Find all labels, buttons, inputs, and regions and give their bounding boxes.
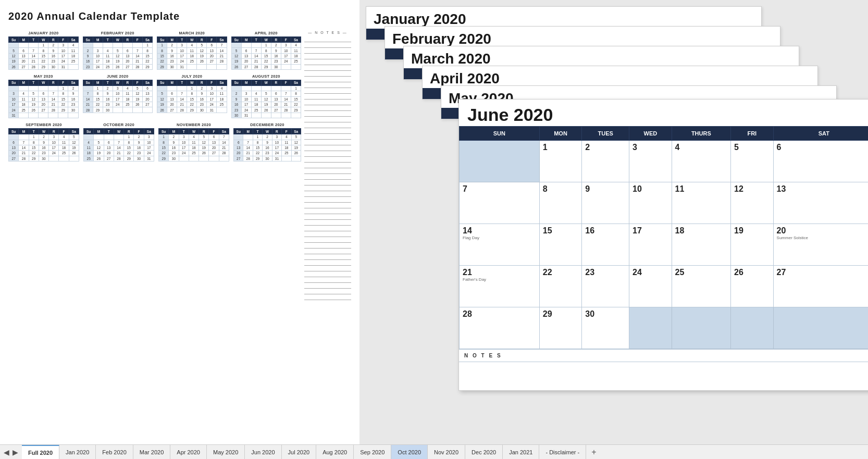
tab-jan-2020[interactable]: Jan 2020: [59, 445, 96, 459]
mini-cal-april: APRIL 2020 SuMTWRFSa 1234 567891011 1213…: [231, 31, 302, 70]
monthly-stack: January 2020 SUN MON TUES WED THURS FRI …: [359, 0, 868, 444]
tab-feb-2020[interactable]: Feb 2020: [96, 445, 133, 459]
month-title-february: February 2020: [385, 27, 780, 48]
tab-mar-2020[interactable]: Mar 2020: [133, 445, 170, 459]
tab-jul-2020[interactable]: Jul 2020: [282, 445, 317, 459]
mini-cal-january: JANUARY 2020 SuMTWRFSa 1234 567891011 12…: [8, 31, 79, 70]
tab-bar: ◀ ▶ Full 2020 Jan 2020 Feb 2020 Mar 2020…: [0, 444, 868, 459]
main-content: 2020 Annual Calendar Template JANUARY 20…: [0, 0, 868, 444]
mini-cal-october: OCTOBER 2020 SuMTWRFSa 123 45678910 1112…: [83, 122, 154, 162]
tab-jan-2021[interactable]: Jan 2021: [503, 445, 539, 459]
notes-column: — N O T E S —: [304, 31, 351, 300]
app-container: 2020 Annual Calendar Template JANUARY 20…: [0, 0, 868, 459]
tab-sep-2020[interactable]: Sep 2020: [354, 445, 391, 459]
tab-add-button[interactable]: +: [586, 445, 601, 459]
mini-cal-february: FEBRUARY 2020 SuMTWRFSa 1 2345678 910111…: [83, 31, 153, 70]
tab-nav-prev[interactable]: ◀: [2, 448, 11, 456]
mini-cal-november: NOVEMBER 2020 SuMTWRFSa 1234567 89101112…: [158, 122, 229, 162]
annual-panel: 2020 Annual Calendar Template JANUARY 20…: [0, 0, 359, 444]
june-notes-label: N O T E S: [459, 349, 868, 362]
mini-cal-may: MAY 2020 SuMTWRFSa 12 3456789 1011121314…: [8, 74, 79, 118]
month-card-june: June 2020 SUN MON TUES WED THURS FRI SAT: [458, 99, 868, 391]
tab-full-2020[interactable]: Full 2020: [22, 445, 59, 459]
mini-cal-december: DECEMBER 2020 SuMTWRFSa 12345 6789101112…: [233, 122, 301, 162]
june-title: June 2020: [459, 100, 868, 126]
month-title-january: January 2020: [366, 7, 761, 29]
tab-nov-2020[interactable]: Nov 2020: [428, 445, 465, 459]
tab-nav-left[interactable]: ◀ ▶: [0, 445, 22, 459]
month-title-march: March 2020: [404, 46, 799, 68]
mini-cal-august: AUGUST 2020 SuMTWRFSa 1 2345678 91011121…: [231, 74, 302, 118]
tab-dec-2020[interactable]: Dec 2020: [465, 445, 503, 459]
mini-cal-june: JUNE 2020 SuMTWRFSa 123456 78910111213 1…: [83, 74, 153, 118]
tab-aug-2020[interactable]: Aug 2020: [316, 445, 354, 459]
tab-nav-next[interactable]: ▶: [11, 448, 20, 456]
tab-may-2020[interactable]: May 2020: [207, 445, 245, 459]
tab-oct-2020[interactable]: Oct 2020: [391, 445, 428, 459]
mini-cal-september: SEPTEMBER 2020 SuMTWRFSa 12345 678910111…: [8, 122, 79, 162]
june-notes-area: [459, 362, 868, 390]
tab-disclaimer[interactable]: - Disclaimer -: [539, 445, 586, 459]
annual-title: 2020 Annual Calendar Template: [8, 10, 351, 22]
mini-cal-july: JULY 2020 SuMTWRFSa 1234 567891011 12131…: [157, 74, 227, 118]
tab-apr-2020[interactable]: Apr 2020: [170, 445, 207, 459]
month-title-april: April 2020: [423, 66, 817, 88]
tab-jun-2020[interactable]: Jun 2020: [245, 445, 281, 459]
mini-cal-march: MARCH 2020 SuMTWRFSa 1234567 89101112131…: [157, 31, 227, 70]
